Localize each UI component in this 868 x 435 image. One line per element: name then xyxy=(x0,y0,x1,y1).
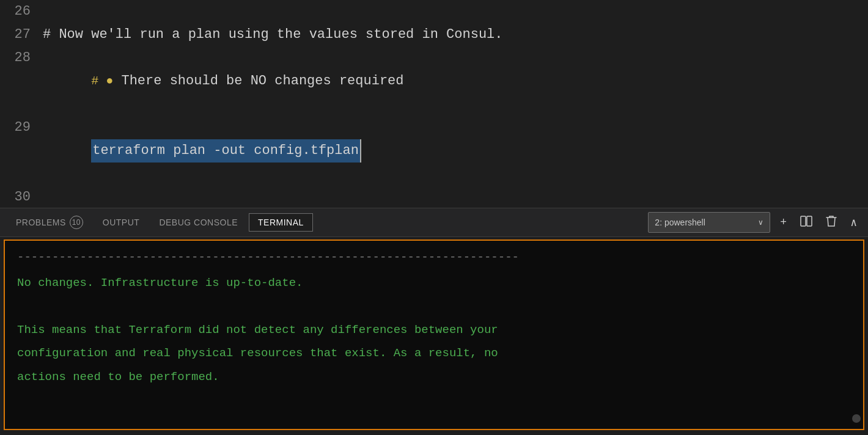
tab-debug-label: DEBUG CONSOLE xyxy=(159,218,238,227)
line-number-28: 28 xyxy=(0,46,43,70)
plus-icon: + xyxy=(780,216,787,228)
code-line-29: 29 terraform plan -out config.tfplan xyxy=(0,116,868,186)
terminal-separator: ----------------------------------------… xyxy=(17,250,851,264)
delete-terminal-button[interactable] xyxy=(822,213,840,233)
code-line-26: 26 xyxy=(0,0,868,23)
line-content-29: terraform plan -out config.tfplan xyxy=(43,116,868,186)
terminal-explanation-2: configuration and real physical resource… xyxy=(17,344,851,362)
bullet-icon: # ● xyxy=(91,74,113,88)
tab-problems-label: PROBLEMS xyxy=(16,218,66,227)
terminal-explanation-1: This means that Terraform did not detect… xyxy=(17,321,851,339)
line-number-27: 27 xyxy=(0,23,43,46)
code-line-27: 27 # Now we'll run a plan using the valu… xyxy=(0,23,868,46)
tab-debug-console[interactable]: DEBUG CONSOLE xyxy=(150,214,246,231)
code-line-28: 28 # ● There should be NO changes requir… xyxy=(0,46,868,116)
terminal-no-changes: No changes. Infrastructure is up-to-date… xyxy=(17,274,851,292)
trash-icon xyxy=(826,215,837,230)
line-number-29: 29 xyxy=(0,116,43,139)
split-terminal-button[interactable] xyxy=(796,213,816,233)
new-terminal-button[interactable]: + xyxy=(776,214,790,231)
svg-rect-1 xyxy=(807,216,812,226)
terminal-explanation-3: actions need to be performed. xyxy=(17,368,851,386)
terminal-output: No changes. Infrastructure is up-to-date… xyxy=(17,274,851,386)
panel-right-controls: 2: powershell ∨ + ∧ xyxy=(648,212,861,233)
terminal-panel[interactable]: ----------------------------------------… xyxy=(4,239,864,430)
scrollbar-thumb[interactable] xyxy=(852,414,861,423)
chevron-down-icon: ∨ xyxy=(758,218,763,227)
tab-output-label: OUTPUT xyxy=(103,218,140,227)
line-number-26: 26 xyxy=(0,0,43,23)
chevron-up-icon: ∧ xyxy=(850,216,857,229)
svg-rect-0 xyxy=(801,216,806,226)
code-editor: 26 27 # Now we'll run a plan using the v… xyxy=(0,0,868,208)
terminal-empty xyxy=(17,297,851,315)
panel-tabs-bar: PROBLEMS 10 OUTPUT DEBUG CONSOLE TERMINA… xyxy=(0,208,868,237)
line-content-28: # ● There should be NO changes required xyxy=(43,46,868,116)
terminal-dropdown[interactable]: 2: powershell ∨ xyxy=(648,212,770,233)
line-number-30: 30 xyxy=(0,186,43,208)
collapse-panel-button[interactable]: ∧ xyxy=(847,213,861,232)
tab-problems[interactable]: PROBLEMS 10 xyxy=(7,212,92,233)
code-line-30: 30 xyxy=(0,186,868,208)
tab-terminal-label: TERMINAL xyxy=(258,218,304,227)
terminal-dropdown-value: 2: powershell xyxy=(655,218,705,227)
highlighted-code: terraform plan -out config.tfplan xyxy=(91,139,361,163)
tab-terminal[interactable]: TERMINAL xyxy=(249,213,313,232)
tab-output[interactable]: OUTPUT xyxy=(94,214,149,231)
split-icon xyxy=(800,215,812,230)
line-content-27: # Now we'll run a plan using the values … xyxy=(43,23,868,46)
problems-badge: 10 xyxy=(70,216,83,229)
